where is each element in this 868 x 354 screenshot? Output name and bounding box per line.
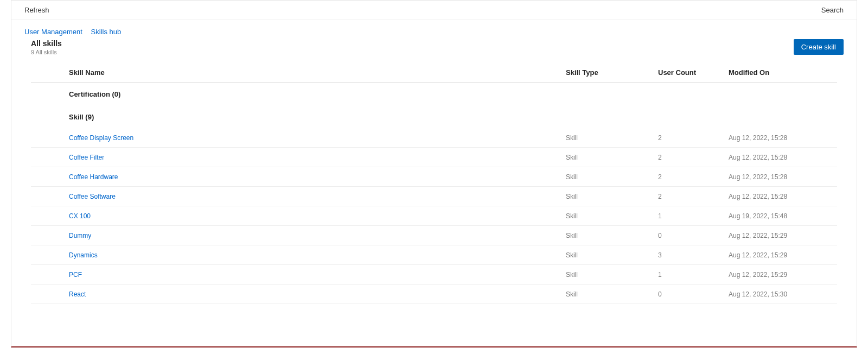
skill-name-link[interactable]: Dynamics [69,251,98,259]
user-count-cell: 0 [658,232,729,239]
modified-on-cell: Aug 12, 2022, 15:28 [729,173,837,181]
modified-on-cell: Aug 19, 2022, 15:48 [729,212,837,220]
user-count-cell: 0 [658,290,729,298]
group-label: Certification (0) [69,90,566,98]
user-count-cell: 2 [658,154,729,161]
breadcrumb: User Management Skills hub [11,20,857,36]
table-row[interactable]: DummySkill0Aug 12, 2022, 15:29 [31,226,837,245]
user-count-cell: 2 [658,134,729,142]
skill-type-cell: Skill [566,251,658,259]
grid-body: Certification (0)Skill (9)Coffee Display… [31,83,837,304]
group-label: Skill (9) [69,113,566,121]
group-header[interactable]: Certification (0) [31,83,837,105]
refresh-button[interactable]: Refresh [24,6,49,14]
group-header[interactable]: Skill (9) [31,105,837,128]
table-row[interactable]: Coffee SoftwareSkill2Aug 12, 2022, 15:28 [31,187,837,206]
table-row[interactable]: Coffee FilterSkill2Aug 12, 2022, 15:28 [31,148,837,167]
command-bar: Refresh Search [11,1,857,20]
column-header-modified-on[interactable]: Modified On [729,68,837,77]
skill-type-cell: Skill [566,193,658,200]
user-count-cell: 1 [658,271,729,279]
breadcrumb-item-skills-hub[interactable]: Skills hub [91,28,122,36]
modified-on-cell: Aug 12, 2022, 15:29 [729,251,837,259]
create-skill-button[interactable]: Create skill [794,39,844,55]
skill-type-cell: Skill [566,212,658,220]
table-row[interactable]: Coffee Display ScreenSkill2Aug 12, 2022,… [31,128,837,148]
user-count-cell: 2 [658,193,729,200]
table-row[interactable]: DynamicsSkill3Aug 12, 2022, 15:29 [31,245,837,265]
skill-name-link[interactable]: React [69,290,86,298]
column-header-skill-name[interactable]: Skill Name [69,68,566,77]
skills-grid: Skill Name Skill Type User Count Modifie… [11,63,857,304]
modified-on-cell: Aug 12, 2022, 15:29 [729,271,837,279]
user-count-cell: 1 [658,212,729,220]
modified-on-cell: Aug 12, 2022, 15:28 [729,134,837,142]
table-row[interactable]: Coffee HardwareSkill2Aug 12, 2022, 15:28 [31,167,837,187]
column-header-row: Skill Name Skill Type User Count Modifie… [31,63,837,83]
skill-name-link[interactable]: Coffee Filter [69,154,104,161]
page-subtitle: 9 All skills [31,49,62,55]
skill-name-link[interactable]: Dummy [69,232,91,239]
page-title: All skills [31,39,62,48]
modified-on-cell: Aug 12, 2022, 15:30 [729,290,837,298]
skill-type-cell: Skill [566,232,658,239]
skill-type-cell: Skill [566,290,658,298]
skill-name-link[interactable]: Coffee Display Screen [69,134,133,142]
search-button[interactable]: Search [821,6,844,14]
user-count-cell: 3 [658,251,729,259]
column-header-skill-type[interactable]: Skill Type [566,68,658,77]
skill-name-link[interactable]: Coffee Software [69,193,116,200]
skill-name-link[interactable]: Coffee Hardware [69,173,118,181]
skill-type-cell: Skill [566,271,658,279]
skill-type-cell: Skill [566,173,658,181]
modified-on-cell: Aug 12, 2022, 15:29 [729,232,837,239]
breadcrumb-item-user-management[interactable]: User Management [24,28,82,36]
modified-on-cell: Aug 12, 2022, 15:28 [729,193,837,200]
skill-type-cell: Skill [566,134,658,142]
page-header: All skills 9 All skills Create skill [11,36,857,63]
column-header-user-count[interactable]: User Count [658,68,729,77]
modified-on-cell: Aug 12, 2022, 15:28 [729,154,837,161]
skill-name-link[interactable]: PCF [69,271,82,279]
app-frame: Refresh Search User Management Skills hu… [11,0,857,347]
user-count-cell: 2 [658,173,729,181]
skill-name-link[interactable]: CX 100 [69,212,91,220]
table-row[interactable]: ReactSkill0Aug 12, 2022, 15:30 [31,285,837,304]
skill-type-cell: Skill [566,154,658,161]
table-row[interactable]: CX 100Skill1Aug 19, 2022, 15:48 [31,206,837,226]
table-row[interactable]: PCFSkill1Aug 12, 2022, 15:29 [31,265,837,285]
